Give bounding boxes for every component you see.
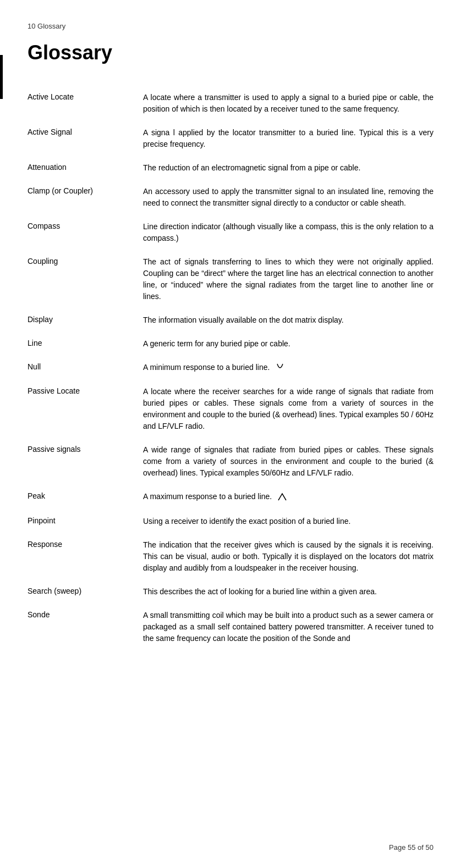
glossary-definition: The act of signals transferring to lines…	[143, 256, 433, 302]
glossary-definition: A locate where a transmitter is used to …	[143, 92, 433, 115]
page-footer: Page 55 of 50	[389, 843, 433, 852]
glossary-term: Passive signals	[28, 444, 143, 454]
glossary-definition: A wide range of signales that radiate fr…	[143, 444, 433, 479]
glossary-definition: The reduction of an electromagnetic sign…	[143, 162, 433, 174]
glossary-term: Coupling	[28, 256, 143, 266]
glossary-term: Line	[28, 338, 143, 347]
glossary-row: NullA minimum response to a buried line.	[28, 362, 433, 374]
glossary-row: SondeA small transmitting coil which may…	[28, 610, 433, 644]
glossary-term: Null	[28, 362, 143, 371]
glossary-definition: A small transmitting coil which may be b…	[143, 610, 433, 644]
glossary-term: Pinpoint	[28, 516, 143, 525]
left-bar-decoration	[0, 55, 3, 99]
glossary-term: Peak	[28, 491, 143, 500]
glossary-row: Passive signalsA wide range of signales …	[28, 444, 433, 479]
glossary-row: Clamp (or Coupler)An accessory used to a…	[28, 186, 433, 209]
glossary-row: DisplayThe information visually availabl…	[28, 314, 433, 326]
glossary-row: PinpointUsing a receiver to identify the…	[28, 516, 433, 527]
glossary-term: Compass	[28, 221, 143, 230]
glossary-definition: The indication that the receiver gives w…	[143, 539, 433, 574]
page-container: 10 Glossary Glossary Active LocateA loca…	[0, 0, 461, 689]
glossary-row: ResponseThe indication that the receiver…	[28, 539, 433, 574]
page-title: Glossary	[28, 41, 433, 64]
glossary-term: Display	[28, 314, 143, 324]
glossary-term: Clamp (or Coupler)	[28, 186, 143, 195]
glossary-definition: This describes the act of looking for a …	[143, 586, 433, 598]
glossary-term: Active Signal	[28, 127, 143, 136]
glossary-term: Passive Locate	[28, 386, 143, 395]
glossary-row: CompassLine direction indicator (althoug…	[28, 221, 433, 244]
glossary-definition: A generic term for any buried pipe or ca…	[143, 338, 433, 350]
glossary-term: Search (sweep)	[28, 586, 143, 595]
glossary-row: Search (sweep)This describes the act of …	[28, 586, 433, 598]
glossary-definition: A signa l applied by the locator transmi…	[143, 127, 433, 150]
glossary-definition: A maximum response to a buried line.	[143, 491, 433, 503]
glossary-definition: An accessory used to apply the transmitt…	[143, 186, 433, 209]
glossary-row: AttenuationThe reduction of an electroma…	[28, 162, 433, 174]
glossary-definition: A locate where the receiver searches for…	[143, 386, 433, 432]
glossary-row: CouplingThe act of signals transferring …	[28, 256, 433, 302]
glossary-row: Passive LocateA locate where the receive…	[28, 386, 433, 432]
glossary-list: Active LocateA locate where a transmitte…	[28, 92, 433, 644]
glossary-term: Response	[28, 539, 143, 549]
glossary-row: LineA generic term for any buried pipe o…	[28, 338, 433, 350]
glossary-term: Sonde	[28, 610, 143, 619]
glossary-definition: The information visually available on th…	[143, 314, 433, 326]
chapter-label: 10 Glossary	[28, 22, 433, 30]
glossary-term: Active Locate	[28, 92, 143, 101]
glossary-definition: A minimum response to a buried line.	[143, 362, 433, 374]
glossary-definition: Using a receiver to identify the exact p…	[143, 516, 433, 527]
glossary-row: PeakA maximum response to a buried line.	[28, 491, 433, 503]
glossary-term: Attenuation	[28, 162, 143, 172]
glossary-row: Active SignalA signa l applied by the lo…	[28, 127, 433, 150]
glossary-row: Active LocateA locate where a transmitte…	[28, 92, 433, 115]
glossary-definition: Line direction indicator (although visua…	[143, 221, 433, 244]
